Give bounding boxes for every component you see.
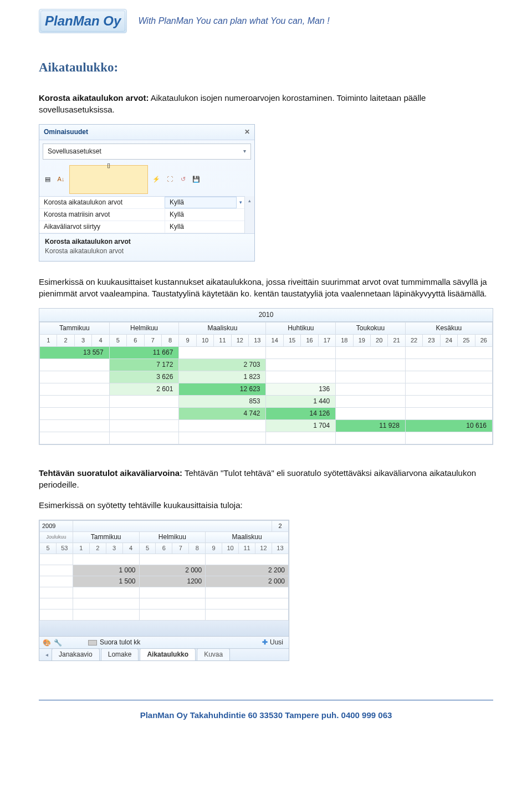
- schedule-cell: [405, 408, 492, 420]
- schedule-cell: [40, 396, 110, 408]
- property-row[interactable]: Aikaväliarvot siirtyyKyllä: [39, 221, 244, 233]
- property-name: Korosta matriisin arvot: [39, 210, 165, 219]
- week-header: 14: [266, 335, 283, 347]
- paragraph-3-bold: Tehtävän suoratulot aikaväliarvoina:: [39, 468, 182, 478]
- schedule-cell: [40, 371, 110, 383]
- plus-icon: ✚: [262, 638, 268, 647]
- schedule-cell: [266, 347, 336, 359]
- paragraph-4: Esimerkissä on syötetty tehtäville kuuka…: [39, 499, 493, 511]
- property-pages-icon[interactable]: ▯: [69, 165, 148, 194]
- month-header: Helmikuu: [139, 532, 206, 543]
- mini-cell: [206, 610, 289, 621]
- schedule-cell: [109, 408, 179, 420]
- mini-cell[interactable]: 2 200: [206, 565, 289, 576]
- property-value[interactable]: Kyllä: [165, 209, 237, 221]
- schedule-cell: [405, 432, 492, 444]
- mini-cell: [73, 554, 139, 565]
- month-header: Maaliskuu: [206, 532, 289, 543]
- mini-cell: [139, 587, 206, 598]
- week-header: 16: [301, 335, 318, 347]
- mini-cell: [40, 565, 73, 576]
- property-value[interactable]: Kyllä: [165, 197, 237, 208]
- mini-cell: [139, 554, 206, 565]
- property-row[interactable]: Korosta aikataulukon arvotKyllä▾: [39, 197, 244, 209]
- schedule-cell: [109, 432, 179, 444]
- scroll-up-icon[interactable]: ▴: [248, 197, 251, 204]
- alphabetical-icon[interactable]: A↓: [56, 175, 66, 185]
- month-header: Tammikuu: [73, 532, 139, 543]
- mini-cell: [40, 598, 73, 610]
- mini-cell: [139, 598, 206, 610]
- mini-cell: [206, 554, 289, 565]
- schedule-grid: 2010 TammikuuHelmikuuMaaliskuuHuhtikuuTo…: [39, 308, 493, 445]
- properties-toolbar: ▤ A↓ ▯ ⚡ ⛶ ↺ 💾: [39, 163, 254, 196]
- property-description-text: Korosta aikataulukon arvot: [45, 247, 249, 256]
- week-header: 9: [206, 543, 222, 554]
- events-icon[interactable]: ⚡: [151, 175, 161, 185]
- new-button[interactable]: ✚ Uusi: [257, 638, 289, 647]
- filter-icon[interactable]: ⛶: [165, 175, 175, 185]
- mini-blank-area: [39, 621, 289, 636]
- mini-cell[interactable]: 2 000: [139, 565, 206, 576]
- week-header: 10: [196, 335, 213, 347]
- schedule-cell: [40, 432, 110, 444]
- wrench-icon[interactable]: 🔧: [54, 638, 63, 647]
- section-title: Aikataulukko:: [39, 59, 493, 76]
- properties-category-combo[interactable]: Sovellusasetukset ▾: [43, 144, 251, 160]
- close-icon[interactable]: ✕: [244, 127, 250, 137]
- schedule-cell: [266, 432, 336, 444]
- mini-schedule: 20092 JoulukuuTammikuuHelmikuuMaaliskuu …: [39, 520, 289, 661]
- property-row[interactable]: Korosta matriisin arvotKyllä: [39, 209, 244, 221]
- week-header: 7: [144, 335, 161, 347]
- reset-icon[interactable]: ↺: [178, 175, 188, 185]
- schedule-cell: [336, 359, 406, 371]
- week-header: 15: [283, 335, 300, 347]
- chevron-down-icon: ▾: [243, 147, 246, 155]
- categorized-icon[interactable]: ▤: [43, 175, 53, 185]
- month-header: Kesäkuu: [405, 322, 492, 335]
- week-header: 1: [40, 335, 57, 347]
- schedule-cell: [336, 396, 406, 408]
- chevron-down-icon[interactable]: ▾: [237, 199, 244, 206]
- palette-icon[interactable]: 🎨: [43, 638, 52, 647]
- schedule-cell: [405, 347, 492, 359]
- week-header: 3: [106, 543, 122, 554]
- tab-janakaavio[interactable]: Janakaavio: [52, 648, 100, 660]
- schedule-cell: 136: [266, 383, 336, 396]
- week-header: 7: [172, 543, 189, 554]
- mini-tabs: ◂ JanakaavioLomakeAikataulukkoKuvaa: [39, 648, 289, 660]
- schedule-cell: 1 440: [266, 396, 336, 408]
- schedule-cell: [336, 383, 406, 396]
- mini-cell: [40, 554, 73, 565]
- schedule-cell: 12 623: [179, 383, 266, 396]
- mini-footer-bar: 🎨 🔧 Suora tulot kk ✚ Uusi: [39, 636, 289, 648]
- schedule-cell: 4 742: [179, 408, 266, 420]
- schedule-cell: [109, 396, 179, 408]
- scrollbar[interactable]: ▴: [244, 196, 254, 233]
- mini-cell[interactable]: 1 000: [73, 565, 139, 576]
- scroll-left-icon[interactable]: ◂: [42, 651, 52, 659]
- mini-cell: [73, 587, 139, 598]
- tab-kuvaa[interactable]: Kuvaa: [197, 648, 230, 660]
- paragraph-2: Esimerkissä on kuukausittaiset kustannuk…: [39, 276, 493, 299]
- week-header: 25: [458, 335, 475, 347]
- mini-cell[interactable]: 1 500: [73, 576, 139, 587]
- week-header: 12: [231, 335, 248, 347]
- legend-swatch: [88, 640, 97, 646]
- schedule-cell: [40, 359, 110, 371]
- schedule-cell: [179, 347, 266, 359]
- month-header: Helmikuu: [109, 322, 179, 335]
- save-icon[interactable]: 💾: [191, 175, 201, 185]
- schedule-cell: [336, 408, 406, 420]
- property-value[interactable]: Kyllä: [165, 221, 237, 233]
- week-header: 1: [73, 543, 89, 554]
- tab-lomake[interactable]: Lomake: [101, 648, 139, 660]
- property-name: Korosta aikataulukon arvot: [39, 198, 165, 207]
- schedule-cell: [179, 432, 266, 444]
- mini-cell: [139, 610, 206, 621]
- week-header: 24: [440, 335, 457, 347]
- month-header: Tammikuu: [40, 322, 110, 335]
- tab-aikataulukko[interactable]: Aikataulukko: [140, 648, 196, 660]
- mini-cell[interactable]: 1200: [139, 576, 206, 587]
- mini-cell[interactable]: 2 000: [206, 576, 289, 587]
